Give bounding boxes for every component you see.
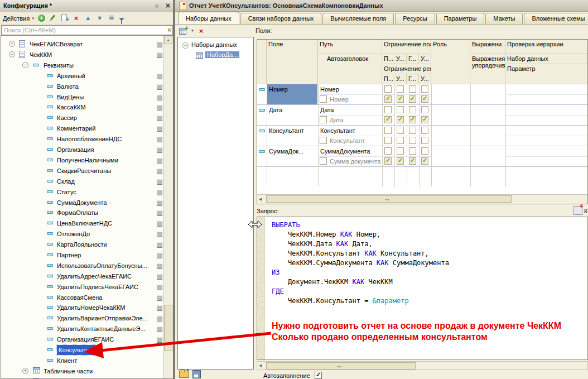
tree-item[interactable]: Клиент xyxy=(1,355,163,366)
restriction-checkbox[interactable] xyxy=(421,106,428,113)
restriction-checkbox[interactable] xyxy=(421,95,428,103)
restriction-checkbox[interactable] xyxy=(421,85,428,93)
tab-7[interactable]: Вложенные схемы xyxy=(524,13,588,24)
tree-item[interactable]: ИспользоватьОплатуБонусны... xyxy=(1,260,163,271)
tab-2[interactable]: Связи наборов данных xyxy=(240,13,322,24)
restriction-checkbox[interactable] xyxy=(384,116,392,123)
load-query-icon[interactable] xyxy=(179,371,189,378)
query-builder-icon[interactable] xyxy=(573,206,582,215)
restriction-checkbox[interactable] xyxy=(397,85,404,93)
tree-item[interactable]: КассаККМ xyxy=(1,102,163,112)
tree-item[interactable]: УдалитьПодписьЧекаЕГАИС xyxy=(1,281,163,292)
copy-button[interactable] xyxy=(60,14,69,22)
restriction-checkbox[interactable] xyxy=(421,147,428,155)
restriction-checkbox[interactable] xyxy=(384,157,392,165)
tree-item[interactable]: Склад xyxy=(1,176,163,186)
restriction-checkbox[interactable] xyxy=(384,85,392,93)
pin-icon[interactable] xyxy=(155,4,158,8)
autofill-checkbox[interactable] xyxy=(315,372,322,379)
restriction-checkbox[interactable] xyxy=(384,147,392,155)
tab-6[interactable]: Макеты xyxy=(485,13,523,24)
restriction-checkbox[interactable] xyxy=(384,95,392,103)
table-row[interactable]: НомерНомерНомер xyxy=(257,84,588,105)
tree-item[interactable]: Партнер xyxy=(1,250,163,260)
tree-item[interactable]: Статус xyxy=(1,186,163,197)
actions-menu-button[interactable]: Действия ▼ xyxy=(3,15,35,22)
tree-item[interactable]: УдалитьАдресЧекаЕГАИС xyxy=(1,271,163,281)
table-row[interactable]: КонсультантКонсультантКонсультант xyxy=(257,126,588,146)
tree-item[interactable]: Организация xyxy=(1,144,163,155)
tree-item[interactable]: −Реквизиты xyxy=(1,60,163,70)
query-hscrollbar-thumb[interactable] xyxy=(266,362,416,370)
tree-item[interactable]: ФормаОплаты xyxy=(1,207,163,218)
edit-button[interactable] xyxy=(49,14,57,22)
restriction-checkbox[interactable] xyxy=(409,106,416,113)
auto-header-checkbox[interactable] xyxy=(320,95,327,103)
restriction-checkbox[interactable] xyxy=(409,127,416,134)
tree-item[interactable]: Валюта xyxy=(1,81,163,92)
restriction-checkbox[interactable] xyxy=(409,157,416,165)
table-row[interactable]: ДатаДатаДата xyxy=(257,105,588,126)
restriction-checkbox[interactable] xyxy=(421,157,428,165)
tree-item[interactable]: Комментарий xyxy=(1,123,163,133)
restriction-checkbox[interactable] xyxy=(397,147,404,155)
scroll-up-icon[interactable]: ▲ xyxy=(164,36,172,44)
auto-header-checkbox[interactable] xyxy=(320,116,327,123)
restriction-checkbox[interactable] xyxy=(397,137,404,144)
restriction-checkbox[interactable] xyxy=(384,106,392,113)
restriction-checkbox[interactable] xyxy=(409,137,416,144)
tab-3[interactable]: Вычисляемые поля xyxy=(322,13,394,24)
tab-4[interactable]: Ресурсы xyxy=(395,13,435,24)
tree-item[interactable]: СуммаДокумента xyxy=(1,197,163,208)
fields-hscrollbar-thumb[interactable] xyxy=(266,195,512,203)
move-up-button[interactable]: ▲ xyxy=(84,14,92,22)
scroll-left-icon[interactable]: ◀ xyxy=(259,195,262,203)
remove-dataset-button[interactable]: × xyxy=(197,27,205,35)
auto-header-checkbox[interactable] xyxy=(320,137,327,144)
restriction-checkbox[interactable] xyxy=(409,95,416,103)
restriction-checkbox[interactable] xyxy=(421,137,428,144)
tree-item[interactable]: Архивный xyxy=(1,70,163,81)
query-hscrollbar[interactable]: ◀ xyxy=(257,361,588,370)
move-down-button[interactable]: ▼ xyxy=(95,14,104,22)
tree-item[interactable]: ОрганизацияЕГАИС xyxy=(1,334,163,344)
tab-5[interactable]: Параметры xyxy=(436,13,485,24)
search-input[interactable]: Поиск (Ctrl+Alt+M) × xyxy=(1,25,173,35)
search-clear-icon[interactable]: × xyxy=(167,26,171,34)
collapse-icon[interactable]: − xyxy=(22,62,28,68)
restriction-checkbox[interactable] xyxy=(397,95,404,103)
restriction-checkbox[interactable] xyxy=(421,127,428,134)
restriction-checkbox[interactable] xyxy=(421,116,428,123)
tree-item[interactable]: КассоваяСмена xyxy=(1,292,163,303)
restriction-checkbox[interactable] xyxy=(397,127,404,134)
tree-item[interactable]: +ЧекЕГАИСВозврат xyxy=(1,39,163,49)
tree-item[interactable]: УдалитьНомерЧекаККМ xyxy=(1,302,163,313)
tree-item[interactable]: СкидкиРассчитаны xyxy=(1,165,163,176)
tree-item[interactable]: ЦенаВключаетНДС xyxy=(1,218,163,228)
table-row[interactable]: СуммаДок...СуммаДокументаСумма документа xyxy=(257,146,588,167)
tree-item[interactable]: −ЧекККМ xyxy=(1,49,163,60)
restriction-checkbox[interactable] xyxy=(397,157,404,165)
restriction-checkbox[interactable] xyxy=(397,116,404,123)
delete-button[interactable]: × xyxy=(72,14,80,22)
tree-item[interactable]: УдалитьКонтактныеДанныеЭ... xyxy=(1,323,163,334)
close-icon[interactable]: × xyxy=(163,1,173,11)
tree-item[interactable]: ПолученоНаличными xyxy=(1,155,163,165)
restriction-checkbox[interactable] xyxy=(384,127,392,134)
auto-header-checkbox[interactable] xyxy=(320,157,327,165)
scroll-left-icon[interactable]: ◀ xyxy=(259,362,262,369)
collapse-icon[interactable]: − xyxy=(182,42,189,49)
expand-icon[interactable]: + xyxy=(22,368,28,374)
window-divider[interactable] xyxy=(173,0,175,379)
fields-hscrollbar[interactable]: ◀ xyxy=(257,194,587,204)
query-builder-label[interactable]: Конструктор запроса xyxy=(584,208,588,214)
tree-item[interactable]: + xyxy=(1,376,163,379)
tree-item[interactable]: УдалитьВариантОтправкиЭле... xyxy=(1,313,163,323)
expand-icon[interactable]: + xyxy=(9,41,15,47)
tab-1[interactable]: Наборы данных xyxy=(178,12,239,25)
tree-item[interactable]: ОтложенДо xyxy=(1,228,163,239)
tree-item[interactable]: ВидЦены xyxy=(1,92,163,102)
restriction-checkbox[interactable] xyxy=(409,147,416,155)
tree-scrollbar-thumb[interactable] xyxy=(164,305,172,351)
sort-list-button[interactable]: ≣ xyxy=(107,14,115,22)
